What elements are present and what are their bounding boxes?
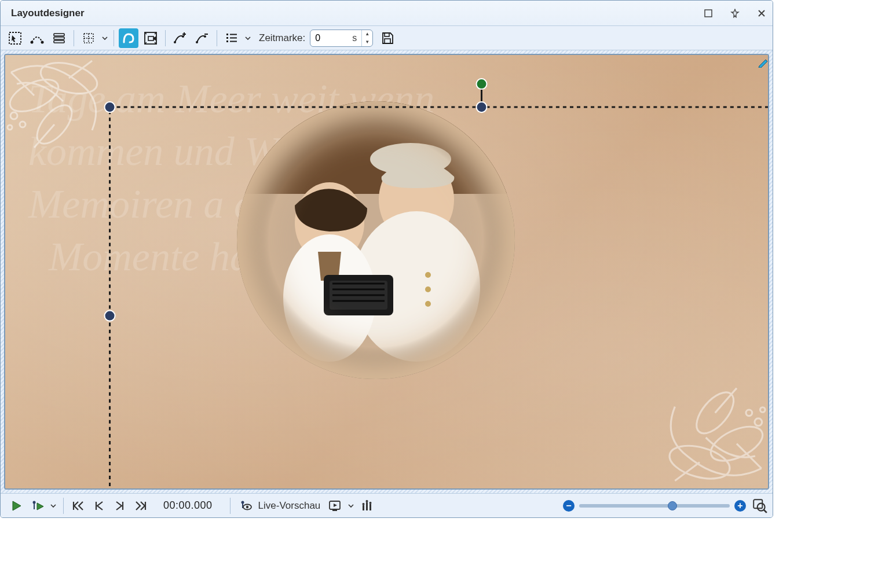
timecode-unit: s — [352, 33, 361, 43]
svg-point-50 — [246, 505, 248, 508]
toolbar-separator — [114, 30, 114, 46]
svg-rect-55 — [366, 502, 368, 510]
equalizer-button[interactable] — [358, 496, 376, 516]
spinner-down-button[interactable]: ▼ — [362, 38, 372, 46]
timecode-label: Zeitmarke: — [253, 32, 310, 44]
toolbar-separator — [217, 30, 217, 46]
path-tool-button[interactable] — [119, 28, 138, 48]
live-preview-label: Live-Vorschau — [256, 500, 324, 512]
svg-point-48 — [241, 501, 244, 504]
svg-point-12 — [204, 35, 206, 38]
pin-button[interactable] — [730, 8, 740, 19]
toolbar-separator — [230, 498, 231, 514]
timecode-input[interactable] — [310, 30, 352, 46]
zoom-out-button[interactable]: − — [563, 500, 575, 512]
step-back-button[interactable] — [90, 496, 108, 516]
svg-rect-0 — [705, 10, 712, 17]
toolbar-separator — [165, 30, 166, 46]
svg-point-45 — [105, 102, 115, 112]
rewind-start-button[interactable] — [69, 496, 87, 516]
zoom-slider: − + — [561, 500, 748, 512]
top-toolbar: Zeitmarke: s ▲ ▼ — [1, 26, 773, 50]
zoom-slider-track[interactable] — [579, 504, 730, 508]
spinner-up-button[interactable]: ▲ — [362, 30, 372, 38]
svg-point-56 — [366, 500, 368, 502]
svg-point-11 — [196, 41, 198, 43]
svg-rect-14 — [226, 37, 228, 39]
svg-point-43 — [476, 79, 486, 89]
play-from-marker-button[interactable] — [30, 496, 46, 516]
svg-rect-13 — [226, 34, 228, 35]
window-title: Layoutdesigner — [11, 8, 703, 19]
list-dropdown[interactable] — [243, 28, 253, 48]
forward-end-button[interactable] — [132, 496, 149, 516]
pen-indicator-icon — [758, 56, 769, 69]
zoom-in-button[interactable]: + — [734, 500, 746, 512]
svg-point-2 — [31, 41, 34, 43]
save-button[interactable] — [378, 28, 397, 48]
titlebar: Layoutdesigner — [1, 1, 773, 26]
svg-rect-16 — [385, 33, 389, 36]
svg-rect-5 — [54, 37, 64, 39]
svg-point-9 — [174, 41, 176, 43]
camera-bounds-button[interactable] — [141, 28, 160, 48]
timecode-input-group: s ▲ ▼ — [310, 30, 373, 47]
play-button[interactable] — [6, 496, 26, 516]
layers-tool-button[interactable] — [49, 28, 69, 48]
canvas-area: Tage am Meer weit wenn kommen und Wort w… — [1, 50, 773, 493]
remove-keyframe-button[interactable] — [192, 28, 212, 48]
svg-rect-6 — [54, 41, 64, 43]
svg-point-46 — [476, 102, 486, 112]
canvas[interactable]: Tage am Meer weit wenn kommen und Wort w… — [4, 54, 769, 490]
svg-point-44 — [105, 311, 115, 321]
svg-rect-15 — [226, 41, 228, 42]
svg-point-47 — [33, 501, 36, 504]
toolbar-separator — [63, 498, 64, 514]
add-keyframe-button[interactable] — [170, 28, 190, 48]
svg-rect-57 — [370, 504, 371, 510]
grid-dropdown[interactable] — [100, 28, 110, 48]
svg-point-58 — [370, 502, 372, 504]
timecode-spinner: ▲ ▼ — [361, 30, 372, 46]
preview-dropdown[interactable] — [346, 496, 356, 516]
svg-point-3 — [41, 41, 44, 43]
zoom-fit-button[interactable] — [752, 498, 768, 514]
grid-button[interactable] — [79, 28, 98, 48]
close-button[interactable] — [756, 8, 767, 19]
toolbar-separator — [74, 30, 74, 46]
svg-rect-4 — [54, 34, 64, 36]
play-dropdown[interactable] — [48, 496, 58, 516]
layout-designer-window: Layoutdesigner — [0, 0, 773, 518]
list-button[interactable] — [222, 28, 242, 48]
curve-tool-button[interactable] — [27, 28, 47, 48]
bottom-toolbar: 00:00.000 Live-Vorschau − — [1, 493, 773, 517]
preview-mode-button[interactable] — [326, 496, 343, 516]
svg-rect-17 — [385, 39, 390, 43]
playback-timecode: 00:00.000 — [151, 499, 225, 512]
svg-rect-53 — [363, 505, 364, 510]
maximize-button[interactable] — [703, 8, 714, 19]
live-preview-eye-button[interactable] — [236, 496, 254, 516]
zoom-slider-thumb[interactable] — [668, 501, 677, 510]
window-controls — [703, 8, 767, 19]
motion-path-overlay — [5, 55, 768, 488]
svg-rect-52 — [332, 510, 337, 511]
svg-rect-8 — [148, 36, 153, 41]
svg-point-54 — [363, 503, 365, 505]
selection-tool-button[interactable] — [5, 28, 25, 48]
step-forward-button[interactable] — [111, 496, 129, 516]
